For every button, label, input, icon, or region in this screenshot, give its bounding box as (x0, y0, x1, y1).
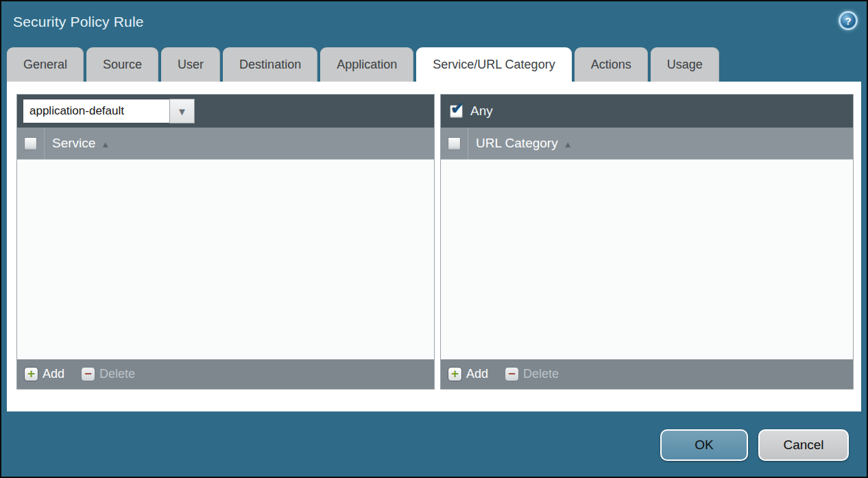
tab-label: User (178, 58, 204, 72)
delete-minus-icon: − (505, 367, 519, 381)
service-column-label: Service (52, 136, 95, 151)
sort-asc-icon: ▲ (101, 138, 110, 150)
ok-button[interactable]: OK (660, 429, 748, 461)
tab-source[interactable]: Source (86, 47, 158, 82)
tab-label: Usage (667, 58, 703, 72)
cancel-button[interactable]: Cancel (758, 429, 849, 461)
url-category-list (441, 160, 853, 359)
delete-button-label: Delete (99, 367, 135, 381)
sort-asc-icon: ▲ (564, 138, 572, 150)
url-category-select-all-cell (441, 128, 468, 159)
tab-usage[interactable]: Usage (651, 47, 719, 82)
delete-button-label: Delete (523, 367, 559, 381)
service-add-button[interactable]: + Add (24, 367, 64, 381)
url-category-delete-button[interactable]: − Delete (505, 367, 559, 381)
tab-label: Destination (239, 58, 301, 72)
tab-application[interactable]: Application (320, 47, 413, 82)
tab-destination[interactable]: Destination (223, 47, 317, 82)
service-type-combobox: ▼ (23, 99, 195, 123)
tab-label: Actions (591, 58, 631, 72)
add-plus-icon: + (448, 367, 462, 381)
chevron-down-icon: ▼ (177, 106, 187, 117)
dialog-action-buttons: OK Cancel (660, 429, 849, 461)
url-category-column-label-wrap: URL Category ▲ (476, 128, 572, 159)
url-category-column-header[interactable]: URL Category ▲ (441, 128, 853, 160)
any-row: ✔ Any (446, 104, 493, 119)
service-column-header[interactable]: Service ▲ (17, 128, 434, 160)
tab-label: Source (103, 58, 142, 72)
tab-strip: General Source User Destination Applicat… (7, 47, 861, 82)
tab-user[interactable]: User (161, 47, 220, 82)
service-delete-button[interactable]: − Delete (81, 367, 135, 381)
tab-label: Service/URL Category (433, 58, 555, 72)
service-panel-footer: + Add − Delete (17, 359, 434, 389)
service-column-label-wrap: Service ▲ (52, 128, 110, 159)
service-type-input[interactable] (23, 99, 169, 123)
service-panel-toolbar: ▼ (17, 95, 434, 128)
url-category-select-all-checkbox[interactable] (448, 137, 461, 150)
tab-service-url-category[interactable]: Service/URL Category (416, 47, 571, 82)
dialog-title: Security Policy Rule (13, 14, 144, 30)
add-plus-icon: + (24, 367, 38, 381)
service-list (17, 160, 434, 359)
help-icon[interactable]: ? (839, 11, 858, 30)
service-type-dropdown-button[interactable]: ▼ (169, 99, 195, 123)
url-category-panel: ✔ Any URL Category ▲ + Add (440, 94, 854, 390)
url-category-panel-footer: + Add − Delete (441, 359, 853, 389)
url-category-add-button[interactable]: + Add (448, 367, 488, 381)
service-select-all-cell (17, 128, 45, 159)
any-checkbox[interactable]: ✔ (450, 105, 463, 118)
tab-label: General (23, 58, 67, 72)
tab-general[interactable]: General (7, 47, 84, 82)
add-button-label: Add (43, 367, 64, 381)
service-select-all-checkbox[interactable] (24, 137, 37, 150)
url-category-panel-toolbar: ✔ Any (441, 95, 853, 128)
service-panel: ▼ Service ▲ + Add − (16, 94, 435, 390)
security-policy-rule-dialog: Security Policy Rule ? General Source Us… (0, 0, 868, 478)
tab-actions[interactable]: Actions (575, 47, 648, 82)
any-checkbox-label: Any (470, 104, 493, 119)
checkmark-icon: ✔ (450, 100, 464, 117)
tab-content-service-url-category: ▼ Service ▲ + Add − (7, 82, 861, 411)
url-category-column-label: URL Category (476, 136, 558, 151)
delete-minus-icon: − (81, 367, 95, 381)
add-button-label: Add (466, 367, 488, 381)
question-mark-glyph: ? (845, 15, 851, 27)
tab-label: Application (337, 58, 397, 72)
